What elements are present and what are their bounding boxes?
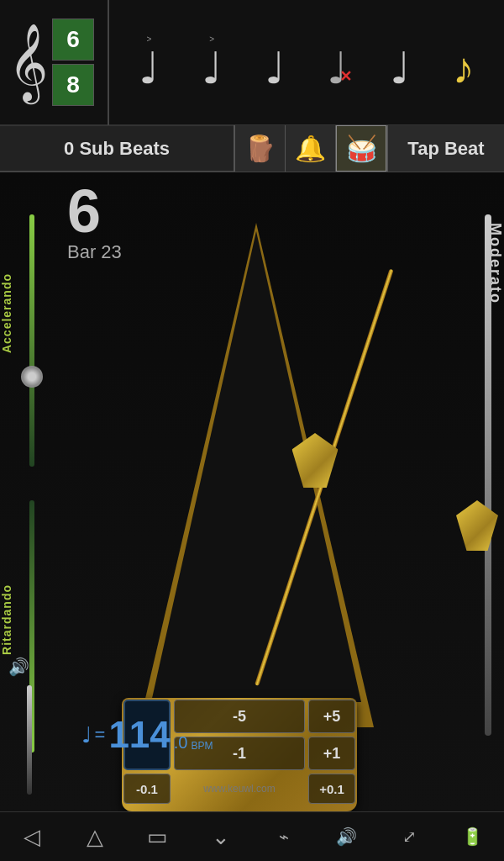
bpm-display: ♩ = 114 .0 BPM <box>123 700 171 770</box>
fullscreen-button[interactable]: ⤢ <box>385 820 435 853</box>
bottom-nav: ◁ △ ▭ ⌄ ⌁ 🔊 ⤢ 🔋 <box>0 811 504 861</box>
note-2-symbol: ♩ <box>202 46 223 90</box>
beat-number: 6 <box>67 181 122 241</box>
bpm-plus1-button[interactable]: +1 <box>308 737 355 770</box>
accelerando-label: Accelerando <box>0 273 25 353</box>
drum-icon: 🥁 <box>346 134 377 163</box>
bpm-value: 114 <box>108 714 170 756</box>
beat-button-2[interactable]: 🔔 <box>286 125 336 172</box>
beat-display: 6 Bar 23 <box>67 181 122 263</box>
note-6[interactable]: ♪ <box>453 34 475 90</box>
back-button[interactable]: ◁ <box>7 820 57 853</box>
beat-button-3[interactable]: 🥁 <box>336 125 386 172</box>
tap-beat-button[interactable]: Tap Beat <box>386 125 504 172</box>
top-bar: 𝄞 6 8 > ♩ > ♩ ♩ ♩ ✕ ♩ ♪ <box>0 0 504 126</box>
home-button[interactable]: △ <box>70 820 120 853</box>
battery-button: 🔋 <box>448 820 498 853</box>
menu-button[interactable]: ⌄ <box>196 820 246 853</box>
time-sig-numbers: 6 8 <box>52 17 94 108</box>
left-panel: Accelerando Ritardando 🔊 <box>0 172 59 811</box>
recent-apps-button[interactable]: ▭ <box>133 820 183 853</box>
volume-area: 🔊 <box>8 657 29 677</box>
bpm-unit: BPM <box>191 740 213 752</box>
beat-button-1[interactable]: 🪵 <box>235 125 286 172</box>
accelerando-track <box>29 214 34 467</box>
accelerando-thumb[interactable] <box>21 366 43 388</box>
note-4[interactable]: ♩ ✕ <box>327 34 348 90</box>
note-3-symbol: ♩ <box>265 46 286 90</box>
note-1[interactable]: > ♩ <box>139 34 160 90</box>
time-denominator[interactable]: 8 <box>52 64 94 106</box>
bpm-readout: ♩ = 114 .0 BPM <box>81 714 213 756</box>
cowbell-icon: 🔔 <box>295 134 326 163</box>
note-2[interactable]: > ♩ <box>202 34 223 90</box>
bpm-buttons-grid: -5 ♩ = 114 .0 BPM +5 -1 +1 <box>122 698 357 811</box>
mute-icon: ✕ <box>339 67 352 86</box>
volume-nav-button[interactable]: 🔊 <box>322 820 372 853</box>
note-1-symbol: ♩ <box>139 46 160 90</box>
recent-icon: ▭ <box>147 824 168 850</box>
treble-clef-icon: 𝄞 <box>8 29 48 96</box>
center-panel: 6 Bar 23 -5 ♩ <box>59 172 454 811</box>
note-5-symbol: ♩ <box>390 46 411 90</box>
notes-row: > ♩ > ♩ ♩ ♩ ✕ ♩ ♪ <box>109 0 504 125</box>
ritardando-label: Ritardando <box>0 584 25 655</box>
bpm-note-icon: ♩ <box>81 722 92 748</box>
menu-icon: ⌄ <box>212 824 230 850</box>
battery-icon: 🔋 <box>462 827 483 847</box>
metronome-body: -5 ♩ = 114 .0 BPM +5 -1 +1 <box>122 223 391 811</box>
url-display: www.keuwl.com <box>174 774 305 804</box>
tempo-label: Moderato <box>479 223 504 304</box>
volume-slider-track <box>27 685 32 795</box>
fullscreen-icon: ⤢ <box>402 827 417 847</box>
note-3[interactable]: ♩ <box>265 34 286 90</box>
tempo-slider-track <box>485 214 491 736</box>
volume-icon[interactable]: 🔊 <box>8 657 29 677</box>
bpm-equals: = <box>95 724 106 746</box>
right-panel: Moderato <box>454 172 504 811</box>
usb-icon: ⌁ <box>279 827 289 847</box>
home-icon: △ <box>87 824 103 850</box>
note-5[interactable]: ♩ <box>390 34 411 90</box>
beat-controls-bar: 0 Sub Beats 🪵 🔔 🥁 Tap Beat <box>0 126 504 172</box>
note-6-symbol: ♪ <box>453 46 475 90</box>
main-area: Accelerando Ritardando 🔊 6 Bar 23 <box>0 172 504 811</box>
bpm-decimal: .0 <box>174 733 188 753</box>
back-icon: ◁ <box>24 824 40 850</box>
time-numerator[interactable]: 6 <box>52 18 94 61</box>
bpm-plus5-button[interactable]: +5 <box>308 700 355 733</box>
bpm-minus01-button[interactable]: -0.1 <box>123 774 171 804</box>
metronome-base: -5 ♩ = 114 .0 BPM +5 -1 +1 <box>122 698 357 811</box>
bpm-plus01-button[interactable]: +0.1 <box>308 774 355 804</box>
wood-block-icon: 🪵 <box>244 134 276 163</box>
bar-info: Bar 23 <box>67 241 122 263</box>
usb-button[interactable]: ⌁ <box>259 820 309 853</box>
tempo-slider-thumb[interactable] <box>456 500 498 551</box>
sub-beats-label: 0 Sub Beats <box>0 125 235 172</box>
time-signature-container: 𝄞 6 8 <box>0 0 109 125</box>
volume-nav-icon: 🔊 <box>336 827 357 847</box>
